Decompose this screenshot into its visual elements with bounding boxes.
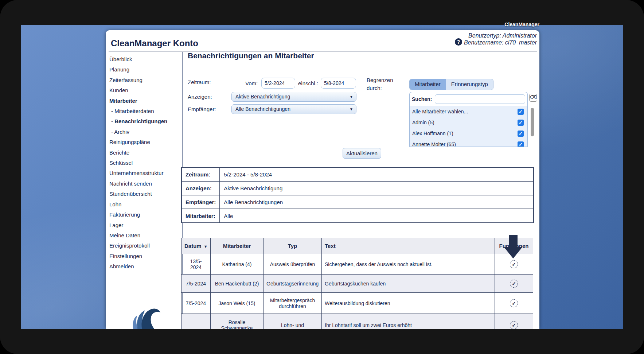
summary-value: Alle Benachrichtigungen <box>220 195 534 209</box>
search-label: Suchen: <box>412 96 432 102</box>
sidebar-item-meine-daten[interactable]: Meine Daten <box>109 230 181 241</box>
sidebar-item-mitarbeiter[interactable]: Mitarbeiter <box>109 96 181 106</box>
limit-by-label: Begrenzen durch: <box>367 76 397 92</box>
sidebar-item-stunden-bersicht[interactable]: Stundenübersicht <box>109 189 181 199</box>
sidebar-item-einstellungen[interactable]: Einstellungen <box>109 251 181 261</box>
sidebar-item-nachricht-senden[interactable]: Nachricht senden <box>109 179 181 189</box>
sidebar-item-berichte[interactable]: Berichte <box>109 148 181 158</box>
employee-list-item[interactable]: Alex Hoffmann (1)✓ <box>410 128 527 139</box>
sidebar-item-schl-ssel[interactable]: Schlüssel <box>109 158 181 168</box>
cell-typ: Lohn- und <box>264 314 322 329</box>
cell-datum <box>182 314 211 329</box>
vom-label: Vom: <box>245 80 258 86</box>
content-title: Benachrichtigungen an Mitarbeiter <box>188 51 314 60</box>
employee-checkbox[interactable]: ✓ <box>518 141 524 147</box>
complete-check-icon[interactable]: ✓ <box>510 260 518 268</box>
user-type: Benutzertyp: Administrator <box>464 32 537 39</box>
date-to-input[interactable] <box>321 78 356 89</box>
cell-funktionen: ✓ <box>495 314 533 329</box>
cell-text: Ihr Lohntarif soll um zwei Euros erhöht <box>322 314 495 329</box>
cell-typ: Mitarbeitergespräch durchführen <box>264 293 322 314</box>
sidebar-item-fakturierung[interactable]: Fakturierung <box>109 210 181 220</box>
col-header-text[interactable]: Text <box>322 238 495 254</box>
employee-list-scrollbar[interactable] <box>531 108 534 136</box>
anzeigen-label: Anzeigen: <box>188 94 212 100</box>
summary-label: Anzeigen: <box>182 181 220 195</box>
complete-check-icon[interactable]: ✓ <box>510 299 518 307</box>
user-name: Benutzername: cl70_master <box>464 39 537 46</box>
cell-mitarbeiter: Ben Hackenbutt (2) <box>211 275 264 293</box>
sidebar-item-zeiterfassung[interactable]: Zeiterfassung <box>109 75 181 85</box>
tab-erinnerungstyp[interactable]: Erinnerungstyp <box>446 79 493 90</box>
employee-label: Annette Molter (65) <box>412 141 518 147</box>
sidebar-item-benachrichtigungen[interactable]: - Benachrichtigungen <box>109 116 181 127</box>
sidebar-item-archiv[interactable]: - Archiv <box>109 127 181 137</box>
cell-funktionen: ✓ <box>495 293 533 314</box>
sidebar-item-unternehmensstruktur[interactable]: Unternehmensstruktur <box>109 168 181 178</box>
desktop-background: CleanManager Konto ? Benutzertyp: Admini… <box>21 25 623 329</box>
sidebar-item-lager[interactable]: Lager <box>109 220 181 230</box>
summary-value: Alle <box>220 209 534 223</box>
empfaenger-label: Empfänger: <box>188 106 216 112</box>
anzeigen-select-value: Aktive Benachrichtigung <box>235 94 290 100</box>
sidebar-item-kunden[interactable]: Kunden <box>109 85 181 96</box>
tab-mitarbeiter[interactable]: Mitarbeiter <box>410 79 446 90</box>
sidebar-item-abmelden[interactable]: Abmelden <box>109 261 181 272</box>
pointer-arrow-icon <box>504 235 522 258</box>
col-header-mitarbeiter[interactable]: Mitarbeiter <box>211 238 264 254</box>
sidebar-item--berblick[interactable]: Überblick <box>109 54 181 65</box>
complete-check-icon[interactable]: ✓ <box>510 280 518 288</box>
empfaenger-select[interactable]: Alle Benachrichtigungen ▼ <box>231 104 356 114</box>
cell-mitarbeiter: Rosalie Schwannecke <box>211 314 264 329</box>
sidebar-item-planung[interactable]: Planung <box>109 65 181 75</box>
help-icon[interactable]: ? <box>455 38 462 46</box>
cleanmanager-wave-logo <box>128 304 163 329</box>
employee-checkbox[interactable]: ✓ <box>518 131 524 137</box>
summary-label: Mitarbeiter: <box>182 209 220 223</box>
employee-label: Alex Hoffmann (1) <box>412 131 518 136</box>
complete-check-icon[interactable]: ✓ <box>510 321 518 329</box>
cell-datum: 7/5-2024 <box>182 293 211 314</box>
empfaenger-select-value: Alle Benachrichtigungen <box>235 106 290 112</box>
search-row: Suchen: <box>410 92 527 106</box>
summary-row: Mitarbeiter:Alle <box>182 209 534 223</box>
summary-label: Zeitraum: <box>182 167 220 181</box>
panel-edge-divider <box>538 78 538 147</box>
col-header-datum[interactable]: Datum▼ <box>182 238 211 254</box>
col-header-typ[interactable]: Typ <box>264 238 322 254</box>
cell-datum: 7/5-2024 <box>182 275 211 293</box>
filter-summary-table: Zeitraum:5/2-2024 - 5/8-2024Anzeigen:Akt… <box>181 167 534 223</box>
table-row: 7/5-2024Jason Weis (15)Mitarbeitergesprä… <box>182 293 533 314</box>
employee-label: Alle Mitarbeiter wählen... <box>412 109 518 114</box>
chevron-down-icon: ▼ <box>350 93 353 101</box>
user-info: Benutzertyp: Administrator Benutzername:… <box>464 32 537 46</box>
sort-desc-icon[interactable]: ▼ <box>204 244 208 249</box>
cell-text: Sichergehen, dass der Ausweis noch aktue… <box>322 254 495 275</box>
cell-mitarbeiter: Katharina (4) <box>211 254 264 275</box>
sidebar-item-ereignisprotokoll[interactable]: Ereignisprotokoll <box>109 241 181 251</box>
sidebar-item-mitarbeiterdaten[interactable]: - Mitarbeiterdaten <box>109 106 181 116</box>
filter-tabs: MitarbeiterErinnerungstyp <box>409 79 493 90</box>
sidebar-item-reinigungspl-ne[interactable]: Reinigungspläne <box>109 137 181 147</box>
page-title: CleanManager Konto <box>111 38 198 48</box>
employee-filter-panel: Suchen: Alle Mitarbeiter wählen...✓Admin… <box>409 92 528 147</box>
anzeigen-select[interactable]: Aktive Benachrichtigung ▼ <box>231 92 356 102</box>
chevron-down-icon: ▼ <box>350 105 353 114</box>
employee-list-item[interactable]: Annette Molter (65)✓ <box>410 139 527 147</box>
employee-list: Alle Mitarbeiter wählen...✓Admin (5)✓Ale… <box>410 106 527 147</box>
employee-checkbox[interactable]: ✓ <box>518 120 524 126</box>
sidebar-item-lohn[interactable]: Lohn <box>109 199 181 210</box>
sidebar-nav: ÜberblickPlanungZeiterfassungKundenMitar… <box>109 54 181 272</box>
update-button[interactable]: Aktualisieren <box>343 148 381 159</box>
einschl-label: einschl.: <box>298 80 318 86</box>
employee-list-item[interactable]: Alle Mitarbeiter wählen...✓ <box>410 106 527 117</box>
table-row: 13/5-2024Katharina (4)Ausweis überprüfen… <box>182 254 533 275</box>
employee-checkbox[interactable]: ✓ <box>518 109 524 115</box>
date-from-input[interactable] <box>261 78 295 89</box>
clear-search-icon[interactable]: ⌫ <box>529 94 537 102</box>
summary-value: Aktive Benachrichtigung <box>220 181 534 195</box>
employee-list-item[interactable]: Admin (5)✓ <box>410 117 527 128</box>
table-row: Rosalie SchwanneckeLohn- undIhr Lohntari… <box>182 314 533 329</box>
search-input[interactable] <box>435 94 525 104</box>
summary-value: 5/2-2024 - 5/8-2024 <box>220 167 534 181</box>
